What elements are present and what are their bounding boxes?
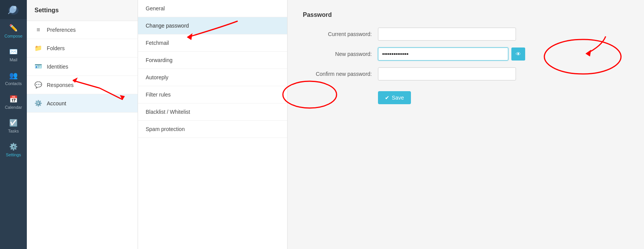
sidebar-label-account: Account <box>47 100 66 106</box>
new-password-row: New password: 👁 <box>303 48 629 61</box>
left-navigation: ✏️ Compose ✉️ Mail 👥 Contacts 📅 Calendar… <box>0 0 27 249</box>
nav-label-compose: Compose <box>4 34 22 38</box>
submenu-panel: General Change password Fetchmail Forwar… <box>138 0 288 249</box>
submenu-item-forwarding[interactable]: Forwarding <box>138 52 287 69</box>
show-password-button[interactable]: 👁 <box>511 48 525 61</box>
confirm-password-input-wrap <box>378 67 629 80</box>
password-section-title: Password <box>303 11 629 18</box>
settings-header: Settings <box>27 0 138 21</box>
nav-label-mail: Mail <box>10 57 17 62</box>
current-password-label: Current password: <box>303 31 372 37</box>
new-password-input-wrap: 👁 <box>378 48 629 61</box>
submenu-item-fetchmail[interactable]: Fetchmail <box>138 34 287 52</box>
sidebar-item-preferences[interactable]: ≡ Preferences <box>27 21 138 39</box>
sidebar-label-responses: Responses <box>47 82 74 88</box>
nav-label-tasks: Tasks <box>8 129 19 133</box>
sidebar-item-responses[interactable]: 💬 Responses <box>27 76 138 94</box>
preferences-icon: ≡ <box>34 26 42 33</box>
nav-item-tasks[interactable]: ☑️ Tasks <box>0 114 27 138</box>
nav-item-compose[interactable]: ✏️ Compose <box>0 19 27 43</box>
submenu-item-general[interactable]: General <box>138 0 287 17</box>
sidebar-label-folders: Folders <box>47 45 65 51</box>
nav-label-settings: Settings <box>6 152 21 157</box>
nav-item-settings[interactable]: ⚙️ Settings <box>0 138 27 162</box>
sidebar-label-identities: Identities <box>47 64 68 70</box>
current-password-input[interactable] <box>378 28 516 41</box>
submenu-item-autoreply[interactable]: Autoreply <box>138 69 287 86</box>
mail-icon: ✉️ <box>9 48 18 56</box>
settings-menu-panel: Settings ≡ Preferences 📁 Folders 🪪 Ident… <box>27 0 138 249</box>
submenu-item-spam-protection[interactable]: Spam protection <box>138 121 287 138</box>
current-password-row: Current password: <box>303 28 629 41</box>
sidebar-item-identities[interactable]: 🪪 Identities <box>27 57 138 76</box>
nav-label-contacts: Contacts <box>5 81 21 86</box>
contacts-icon: 👥 <box>9 71 18 80</box>
submenu-item-blacklist-whitelist[interactable]: Blacklist / Whitelist <box>138 103 287 121</box>
nav-label-calendar: Calendar <box>5 105 22 110</box>
calendar-icon: 📅 <box>9 95 18 103</box>
svg-point-1 <box>13 6 16 9</box>
new-password-label: New password: <box>303 51 372 57</box>
save-button-row: ✔ Save <box>303 91 629 104</box>
responses-icon: 💬 <box>34 81 42 88</box>
confirm-password-row: Confirm new password: <box>303 67 629 80</box>
confirm-password-label: Confirm new password: <box>303 71 372 77</box>
new-password-input[interactable] <box>378 48 508 61</box>
identities-icon: 🪪 <box>34 63 42 70</box>
nav-item-calendar[interactable]: 📅 Calendar <box>0 90 27 114</box>
sidebar-label-preferences: Preferences <box>47 27 76 33</box>
tasks-icon: ☑️ <box>9 119 18 127</box>
confirm-password-input[interactable] <box>378 67 516 80</box>
settings-icon: ⚙️ <box>9 143 18 151</box>
eye-icon: 👁 <box>516 51 521 57</box>
nav-item-mail[interactable]: ✉️ Mail <box>0 43 27 67</box>
folders-icon: 📁 <box>34 44 42 52</box>
sidebar-item-folders[interactable]: 📁 Folders <box>27 39 138 57</box>
save-label: Save <box>392 95 404 101</box>
app-logo <box>0 0 27 19</box>
current-password-input-wrap <box>378 28 629 41</box>
submenu-item-filter-rules[interactable]: Filter rules <box>138 86 287 103</box>
save-button[interactable]: ✔ Save <box>378 91 411 104</box>
account-icon: ⚙️ <box>34 100 42 107</box>
nav-item-contacts[interactable]: 👥 Contacts <box>0 67 27 90</box>
password-section: Password Current password: New password:… <box>303 11 629 104</box>
sidebar-item-account[interactable]: ⚙️ Account <box>27 94 138 113</box>
compose-icon: ✏️ <box>9 24 18 32</box>
submenu-item-change-password[interactable]: Change password <box>138 17 287 34</box>
check-icon: ✔ <box>385 95 389 101</box>
content-panel: Password Current password: New password:… <box>288 0 644 249</box>
